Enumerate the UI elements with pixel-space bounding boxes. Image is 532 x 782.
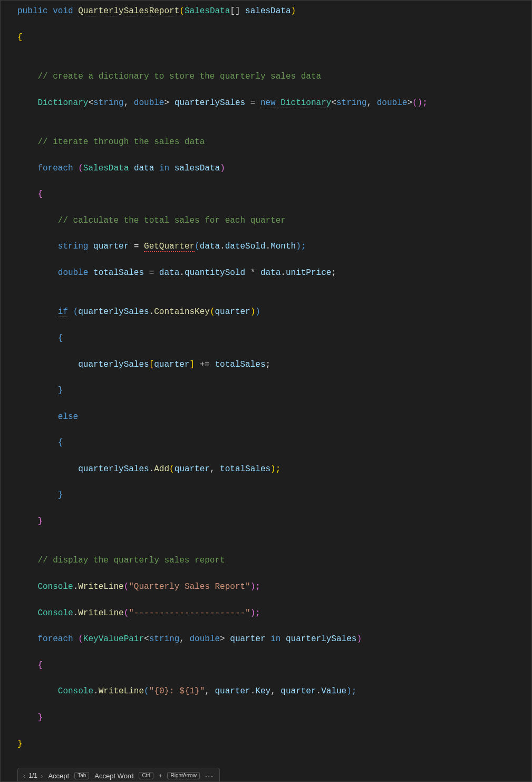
code-line: } — [1, 384, 531, 397]
code-line: Dictionary<string, double> quarterlySale… — [1, 97, 531, 110]
code-line: { — [1, 31, 531, 44]
suggestion-count: 1/1 — [28, 773, 37, 779]
next-suggestion-button[interactable]: › — [41, 773, 43, 779]
code-line: public void QuarterlySalesReport(SalesDa… — [1, 5, 531, 18]
code-line: Console.WriteLine("{0}: ${1}", quarter.K… — [1, 685, 531, 698]
code-line: else — [1, 411, 531, 424]
accept-shortcut-key: Tab — [74, 772, 89, 779]
code-editor[interactable]: public void QuarterlySalesReport(SalesDa… — [1, 1, 531, 764]
code-line: Console.WriteLine("---------------------… — [1, 607, 531, 620]
code-line: } — [1, 515, 531, 528]
ctrl-key: Ctrl — [139, 772, 153, 779]
accept-word-button[interactable]: Accept Word — [94, 773, 133, 779]
code-line: { — [1, 659, 531, 672]
code-line: { — [1, 436, 531, 450]
rightarrow-key: RightArrow — [167, 772, 199, 779]
code-line: Console.WriteLine("Quarterly Sales Repor… — [1, 580, 531, 594]
code-line: foreach (SalesData data in salesData) — [1, 162, 531, 175]
code-line: foreach (KeyValuePair<string, double> qu… — [1, 633, 531, 646]
code-line: if (quarterlySales.ContainsKey(quarter)) — [1, 306, 531, 319]
code-line: double totalSales = data.quantitySold * … — [1, 266, 531, 280]
code-line: } — [1, 738, 531, 751]
code-line: // display the quarterly sales report — [1, 554, 531, 567]
accept-button[interactable]: Accept — [48, 773, 69, 779]
code-line: { — [1, 188, 531, 201]
inline-suggest-toolbar: ‹ 1/1 › Accept Tab Accept Word Ctrl + Ri… — [17, 768, 220, 782]
code-line: // iterate through the sales data — [1, 136, 531, 149]
more-button[interactable]: ··· — [205, 773, 214, 779]
code-line: } — [1, 711, 531, 724]
code-line: string quarter = GetQuarter(data.dateSol… — [1, 240, 531, 253]
plus-label: + — [159, 773, 162, 779]
code-line: // create a dictionary to store the quar… — [1, 70, 531, 83]
code-line: } — [1, 489, 531, 502]
code-line: quarterlySales.Add(quarter, totalSales); — [1, 463, 531, 476]
code-line: { — [1, 332, 531, 345]
code-line: // calculate the total sales for each qu… — [1, 214, 531, 227]
prev-suggestion-button[interactable]: ‹ — [23, 773, 25, 779]
code-line: quarterlySales[quarter] += totalSales; — [1, 358, 531, 371]
